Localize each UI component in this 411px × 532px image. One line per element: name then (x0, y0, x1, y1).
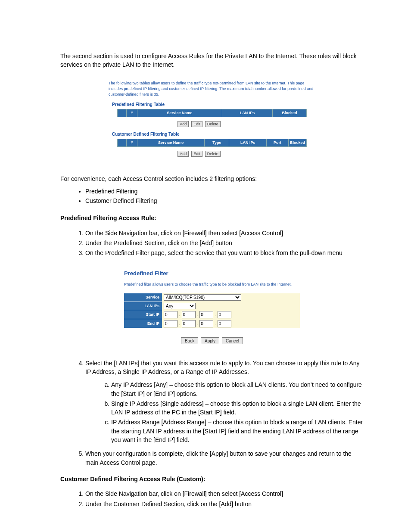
mid-line: For convenience, each Access Control sec… (60, 174, 364, 183)
cancel-button[interactable]: Cancel (222, 337, 243, 344)
step-5: When your configuration is complete, cli… (85, 449, 364, 467)
sub-b: Single IP Address [Single address] – cho… (111, 399, 364, 417)
edit-button[interactable]: Edit (191, 121, 202, 127)
customer-table-title: Customer Defined Filtering Table (112, 131, 320, 138)
label-service: Service (124, 293, 162, 302)
step-4-subitems: Any IP Address [Any] – choose this optio… (85, 380, 364, 444)
end-ip-1[interactable] (164, 320, 177, 327)
cust-step-1: On the Side Navigation bar, click on [Fi… (85, 489, 364, 498)
predefined-steps: On the Side Navigation bar, click on [Fi… (60, 229, 364, 258)
back-button[interactable]: Back (181, 337, 198, 344)
end-ip-4[interactable] (218, 320, 231, 327)
predefined-table: # Service Name LAN IPs Blocked (117, 109, 307, 117)
col-lan-ips: LAN IPs (222, 109, 273, 117)
step-2: Under the Predefined Section, click on t… (85, 239, 364, 247)
col-blocked: Blocked (288, 139, 306, 147)
step-4-text: Select the [LAN IPs] that you want this … (85, 360, 360, 375)
bullet-predefined: Predefined Filtering (85, 187, 364, 196)
sub-c: IP Address Range [Address Range] – choos… (111, 418, 364, 444)
predefined-filter-title: Predefined Filter (124, 270, 300, 278)
col-blocked: Blocked (273, 109, 307, 117)
cust-step-2: Under the Customer Defined Section, clic… (85, 500, 364, 508)
filtering-options-list: Predefined Filtering Customer Defined Fi… (60, 187, 364, 205)
add-button[interactable]: Add (177, 121, 189, 127)
start-ip-4[interactable] (218, 311, 231, 318)
label-end-ip: End IP (124, 319, 162, 328)
delete-button[interactable]: Delete (205, 151, 221, 157)
col-service: Service Name (137, 139, 205, 147)
start-ip-1[interactable] (164, 311, 177, 318)
step-4: Select the [LAN IPs] that you want this … (85, 359, 364, 445)
delete-button[interactable]: Delete (205, 121, 221, 127)
lan-ips-select[interactable]: Any (164, 303, 196, 309)
col-type: Type (205, 139, 229, 147)
intro-paragraph: The second section is used to configure … (60, 52, 364, 69)
predefined-rule-heading: Predefined Filtering Access Rule: (60, 214, 364, 222)
col-lan-ips: LAN IPs (229, 139, 267, 147)
col-port: Port (267, 139, 289, 147)
tables-note: The following two tables allow users to … (109, 81, 315, 97)
sub-a: Any IP Address [Any] – choose this optio… (111, 380, 364, 398)
customer-steps: On the Side Navigation bar, click on [Fi… (60, 489, 364, 508)
edit-button[interactable]: Edit (191, 151, 202, 157)
customer-rule-heading: Customer Defined Filtering Access Rule (… (60, 475, 364, 483)
step-1: On the Side Navigation bar, click on [Fi… (85, 229, 364, 237)
label-lan-ips: LAN IPs (124, 302, 162, 311)
predefined-filter-screenshot: Predefined Filter Predefined filter allo… (119, 265, 305, 350)
col-service: Service Name (137, 109, 222, 117)
bullet-customer: Customer Defined Filtering (85, 196, 364, 205)
predefined-steps-continued: Select the [LAN IPs] that you want this … (60, 359, 364, 467)
customer-table: # Service Name Type LAN IPs Port Blocked (117, 139, 307, 147)
predefined-table-title: Predefined Filtering Table (112, 102, 320, 108)
predefined-filter-desc: Predefined filter allows users to choose… (124, 282, 300, 287)
col-number: # (126, 139, 137, 147)
apply-button[interactable]: Apply (201, 337, 219, 344)
label-start-ip: Start IP (124, 310, 162, 319)
service-select[interactable]: AIM/ICQ(TCP:5190) (164, 294, 241, 301)
start-ip-3[interactable] (199, 311, 213, 318)
step-3: On the Predefined Filter page, select th… (85, 249, 364, 257)
end-ip-3[interactable] (199, 320, 213, 327)
filtering-tables-screenshot: The following two tables allow users to … (100, 77, 324, 165)
end-ip-2[interactable] (182, 320, 196, 327)
add-button[interactable]: Add (177, 151, 189, 157)
start-ip-2[interactable] (182, 311, 196, 318)
col-number: # (127, 109, 137, 117)
